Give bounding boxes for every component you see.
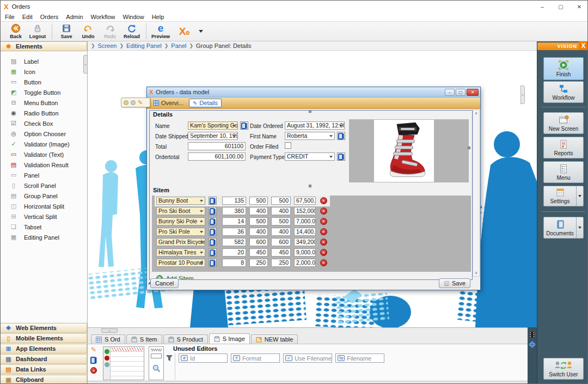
settings-dropdown-caret[interactable] [576,186,583,206]
settings-button[interactable]: Settings [543,186,584,206]
unused-editor-chip[interactable]: T Format [231,353,280,363]
table-editor-thumbnail[interactable] [103,346,144,380]
palette-item[interactable]: ◫ Horizontal Split [1,201,87,211]
sitem-unit-price2-field[interactable]: 450 [271,248,291,257]
palette-item[interactable]: ⊟ Menu Button [1,97,87,108]
sitem-total-field[interactable]: 9,000.00 [294,248,316,257]
delete-icon[interactable]: ✕ [90,367,97,374]
menu-item[interactable]: Orders [40,14,59,20]
sitem-qty-field[interactable]: 8 [222,259,246,267]
sitem-total-field[interactable]: 152,000.00 [294,207,316,215]
x-app-button[interactable]: X⚙ [171,22,193,41]
maximize-button[interactable]: ▢ [552,1,570,13]
palette-item[interactable]: ❏ Tabset [1,222,87,232]
sitem-qty-field[interactable]: 380 [222,207,246,215]
dialog-close-button[interactable]: ✕ [467,89,479,96]
design-canvas[interactable]: › ✎ X Orders - data model – ▢ ✕ Overvi..… [88,51,537,327]
palette-item[interactable]: ☑ Check Box [1,118,87,129]
save-button[interactable]: Save [56,22,77,41]
sitem-product-combo[interactable]: Pro Ski Pole [156,228,205,236]
sitem-unit-price2-field[interactable]: 500 [271,197,291,205]
palette-item[interactable]: ◉ Radio Button [1,108,87,118]
mini-tool-pencil-icon[interactable]: ✎ [138,99,143,106]
tab-s-item[interactable]: S Item [126,334,162,344]
redo-button[interactable]: Redo [99,22,121,41]
documents-button[interactable]: Documents [543,217,584,239]
sitem-unit-price-field[interactable]: 500 [249,197,268,205]
palette-item[interactable]: ▦ Icon [1,66,87,77]
reload-button[interactable]: Reload [121,22,143,41]
field-editor-thumbnail[interactable] [149,346,164,380]
palette-item[interactable]: ◩ Toggle Button [1,87,87,97]
workflow-button[interactable]: Workflow [543,81,584,103]
name-lookup-button[interactable] [240,121,248,130]
date-shipped-combo[interactable]: September 10, 1992, 12:00 [188,132,238,140]
tab-overview[interactable]: Overvi... [150,99,187,107]
sitem-lookup-button[interactable] [209,248,217,257]
sitem-product-combo[interactable]: Bunny Ski Pole [156,217,205,225]
canvas-collapse-handle[interactable]: › [520,86,525,104]
menu-item[interactable]: File [5,14,15,20]
date-ordered-combo[interactable]: August 31, 1992, 12:00 AM [285,121,345,130]
sitem-unit-price-field[interactable]: 400 [249,207,268,215]
unused-editor-chip[interactable]: Te Filename [335,353,384,363]
palette-section-header[interactable]: ▯ Mobile Elements [1,333,87,343]
palette-item[interactable]: ▯ Scroll Panel [1,180,87,191]
sitem-product-combo[interactable]: Himalaya Tires [156,248,205,257]
sitem-delete-button[interactable]: ✕ [320,208,327,215]
sitem-total-field[interactable]: 7,000.00 [294,217,316,225]
sitem-delete-button[interactable]: ✕ [320,249,327,256]
sitem-total-field[interactable]: 2,000.00 [294,259,316,267]
minimize-button[interactable]: – [533,1,552,13]
sitem-delete-button[interactable]: ✕ [320,239,327,246]
palette-section-header[interactable]: ▣ Clipboard [1,375,87,384]
first-name-lookup-button[interactable] [337,132,345,140]
sitem-product-combo[interactable]: Bunny Boot [156,197,205,205]
breadcrumb-link[interactable]: Editing Panel [126,42,162,49]
sidebar-collapse-handle[interactable]: ‹ [83,55,88,74]
sitem-unit-price-field[interactable]: 450 [249,248,268,257]
sitem-delete-button[interactable]: ✕ [320,259,327,266]
selection-handle[interactable] [309,185,311,187]
sitem-total-field[interactable]: 67,500.00 [294,197,316,205]
preview-button[interactable]: e Preview [150,22,171,41]
menu-item[interactable]: Edit [22,14,33,20]
palette-section-header[interactable]: ▤ Data Links [1,364,87,374]
switch-user-button[interactable]: Switch User [543,358,584,380]
menu-button[interactable]: Menu [543,161,584,183]
palette-item[interactable]: ▨ Label [1,56,87,66]
tab-s-image[interactable]: S Image [209,333,250,344]
tab-details[interactable]: ✎ Details [189,99,222,107]
palette-section-header[interactable]: ▦ Dashboard [1,354,87,364]
panel-collapse-button[interactable]: ⌄ [101,328,118,333]
tab-new-table[interactable]: NEW table [251,334,298,344]
sitem-qty-field[interactable]: 582 [222,238,246,246]
first-name-combo[interactable]: Roberta [285,132,335,140]
sitem-product-combo[interactable]: Grand Prix Bicycle [156,238,205,246]
sitem-unit-price2-field[interactable]: 400 [271,207,291,215]
sitem-unit-price2-field[interactable]: 400 [271,228,291,236]
palette-item[interactable]: ▤ Validation Result [1,160,87,170]
palette-item[interactable]: ▭ Panel [1,170,87,180]
dialog-minimize-button[interactable]: – [445,89,455,96]
sitem-qty-field[interactable]: 20 [222,248,246,257]
menu-item[interactable]: Admin [66,14,83,20]
save-dialog-button[interactable]: Save [439,278,470,288]
selection-handle[interactable] [468,147,470,149]
sitem-delete-button[interactable]: ✕ [320,228,327,235]
sitem-unit-price-field[interactable]: 600 [249,238,268,246]
sitem-unit-price-field[interactable]: 500 [249,217,268,225]
sitem-product-combo[interactable]: Pro Ski Boot [156,207,205,215]
palette-section-header[interactable]: ❖ Web Elements [1,323,87,333]
sitem-lookup-button[interactable] [209,228,217,236]
palette-item[interactable]: ◎ Option Chooser [1,129,87,139]
palette-header-elements[interactable]: ❋ Elements [1,41,87,51]
menu-item[interactable]: Window [123,14,144,20]
sitem-qty-field[interactable]: 135 [222,197,246,205]
name-combo[interactable]: Kam's Sporting Good [188,121,238,130]
palette-item[interactable]: ▦ Editing Panel [1,232,87,242]
dialog-title-bar[interactable]: X Orders - data model – ▢ ✕ [147,87,480,97]
palette-item[interactable]: ▤ Group Panel [1,191,87,201]
close-button[interactable]: ✕ [570,1,588,13]
logout-button[interactable]: Logout [27,22,48,41]
